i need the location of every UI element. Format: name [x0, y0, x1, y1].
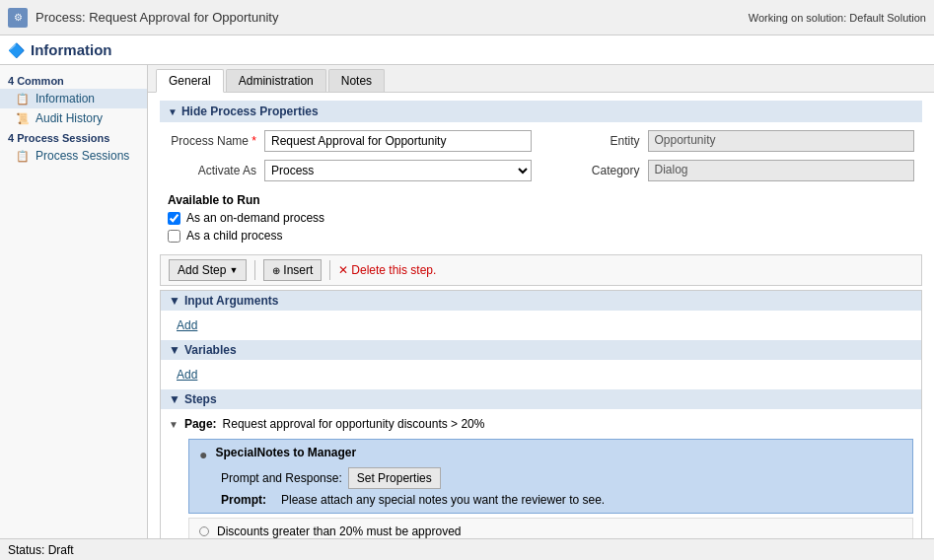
special-note-title: SpecialNotes to Manager — [215, 446, 356, 459]
sidebar-item-audit-label: Audit History — [36, 111, 103, 125]
top-bar: ⚙ Process: Request Approval for Opportun… — [0, 0, 934, 35]
required-marker: * — [251, 134, 256, 148]
sidebar-item-process-sessions[interactable]: 📋 Process Sessions — [0, 146, 147, 166]
collapse-arrow: ▼ — [168, 106, 178, 117]
prompt-label: Prompt: — [221, 493, 275, 507]
special-note-header-row: ● SpecialNotes to Manager — [199, 446, 902, 463]
special-note-bullet: ● — [199, 447, 207, 462]
sidebar-item-process-sessions-label: Process Sessions — [36, 149, 129, 163]
activate-as-label: Activate As — [168, 164, 256, 177]
prompt-text: Please attach any special notes you want… — [281, 493, 605, 507]
entity-label: Entity — [551, 134, 640, 148]
insert-button[interactable]: ⊕ Insert — [263, 259, 322, 281]
set-properties-button-1[interactable]: Set Properties — [348, 467, 441, 489]
sidebar-item-audit-history[interactable]: 📜 Audit History — [0, 108, 147, 128]
process-icon: ⚙ — [8, 8, 28, 28]
page-title-icon: 🔷 — [8, 42, 25, 58]
activate-as-select[interactable]: Process — [264, 160, 532, 181]
sidebar-item-information-label: Information — [36, 92, 95, 105]
page-title-bar: 🔷 Information — [0, 35, 934, 65]
special-note-container: ● SpecialNotes to Manager Prompt and Res… — [188, 439, 913, 538]
child-process-label: As a child process — [186, 229, 282, 243]
category-field: Category Dialog — [551, 160, 915, 181]
process-sessions-icon: 📋 — [16, 150, 30, 163]
page-label: Page: — [184, 417, 217, 431]
discount-bullet — [199, 526, 209, 536]
category-value: Dialog — [648, 160, 915, 181]
prompt-and-response-label: Prompt and Response: — [221, 471, 342, 485]
category-label: Category — [551, 164, 640, 177]
prompt-response-row: Prompt and Response: Set Properties — [199, 467, 902, 489]
sidebar-item-information[interactable]: 📋 Information — [0, 89, 147, 108]
toolbar-separator-2 — [329, 260, 330, 280]
step-toolbar: Add Step ▼ ⊕ Insert ✕ Delete this step. — [160, 254, 922, 286]
input-arrow: ▼ — [169, 294, 180, 308]
delete-icon: ✕ — [338, 263, 348, 277]
page-arrow: ▼ — [169, 419, 179, 430]
discount-row: Discounts greater than 20% must be appro… — [188, 518, 913, 538]
tab-general[interactable]: General — [156, 69, 224, 93]
top-bar-title: Process: Request Approval for Opportunit… — [36, 10, 278, 25]
page-row: ▼ Page: Request approval for opportunity… — [169, 413, 913, 435]
available-to-run-label: Available to Run — [168, 193, 914, 207]
content-area: General Administration Notes ▼ Hide Proc… — [148, 65, 934, 538]
input-arguments-body: Add — [161, 311, 921, 340]
variables-body: Add — [161, 360, 921, 389]
available-to-run-section: Available to Run As an on-demand process… — [160, 189, 922, 254]
prompt-row: Prompt: Please attach any special notes … — [199, 493, 902, 507]
add-step-label: Add Step — [178, 263, 226, 277]
discount-content: Discounts greater than 20% must be appro… — [217, 525, 902, 538]
child-process-checkbox[interactable] — [168, 230, 180, 243]
entity-field: Entity Opportunity — [551, 130, 915, 152]
main-layout: 4 Common 📋 Information 📜 Audit History 4… — [0, 65, 934, 538]
step-area: ▼ Input Arguments Add ▼ Variables Add ▼ — [160, 290, 922, 538]
status-bar: Status: Draft — [0, 538, 934, 560]
insert-label: Insert — [283, 263, 313, 277]
toolbar-separator-1 — [254, 260, 255, 280]
input-arguments-label: Input Arguments — [184, 294, 279, 308]
variables-header[interactable]: ▼ Variables — [161, 340, 921, 360]
process-name-field: Process Name * — [168, 130, 532, 152]
process-name-input[interactable] — [264, 130, 532, 152]
variables-arrow: ▼ — [169, 343, 180, 357]
steps-header[interactable]: ▼ Steps — [161, 389, 921, 409]
on-demand-checkbox-row: As an on-demand process — [168, 211, 914, 225]
on-demand-checkbox[interactable] — [168, 212, 180, 225]
sidebar-group-common: 4 Common — [0, 71, 147, 89]
page-description: Request approval for opportunity discoun… — [223, 417, 485, 431]
sidebar-group-process-sessions: 4 Process Sessions — [0, 128, 147, 146]
input-arguments-header[interactable]: ▼ Input Arguments — [161, 291, 921, 311]
status-text: Status: Draft — [8, 543, 74, 557]
audit-icon: 📜 — [16, 112, 30, 125]
add-step-button[interactable]: Add Step ▼ — [169, 259, 247, 281]
insert-icon: ⊕ — [272, 265, 280, 276]
process-name-label: Process Name * — [168, 134, 256, 148]
tab-notes[interactable]: Notes — [328, 69, 385, 92]
discount-label: Discounts greater than 20% must be appro… — [217, 525, 902, 538]
hide-process-properties-label: Hide Process Properties — [181, 105, 319, 118]
delete-step-button[interactable]: ✕ Delete this step. — [338, 263, 436, 277]
sidebar: 4 Common 📋 Information 📜 Audit History 4… — [0, 65, 148, 538]
page-title: Information — [31, 41, 112, 58]
add-step-arrow: ▼ — [229, 265, 238, 275]
delete-label: Delete this step. — [351, 263, 436, 277]
information-icon: 📋 — [16, 93, 30, 105]
variables-label: Variables — [184, 343, 237, 357]
tab-administration[interactable]: Administration — [226, 69, 326, 92]
child-process-checkbox-row: As a child process — [168, 229, 914, 243]
activate-as-select-wrap: Process — [264, 160, 532, 181]
content-scroll[interactable]: ▼ Hide Process Properties Process Name *… — [148, 93, 934, 538]
on-demand-label: As an on-demand process — [186, 211, 324, 225]
steps-body: ▼ Page: Request approval for opportunity… — [161, 409, 921, 538]
tabs: General Administration Notes — [148, 65, 934, 93]
special-note-row: ● SpecialNotes to Manager Prompt and Res… — [188, 439, 913, 514]
steps-arrow: ▼ — [169, 392, 180, 406]
hide-process-properties-header[interactable]: ▼ Hide Process Properties — [160, 101, 922, 122]
activate-as-field: Activate As Process — [168, 160, 532, 181]
variables-add-link[interactable]: Add — [177, 368, 197, 382]
top-bar-left: ⚙ Process: Request Approval for Opportun… — [8, 8, 278, 28]
steps-label: Steps — [184, 392, 217, 406]
input-add-link[interactable]: Add — [177, 318, 197, 332]
process-properties-form: Process Name * Entity Opportunity Activa… — [160, 130, 922, 189]
working-on-label: Working on solution: Default Solution — [749, 12, 926, 24]
